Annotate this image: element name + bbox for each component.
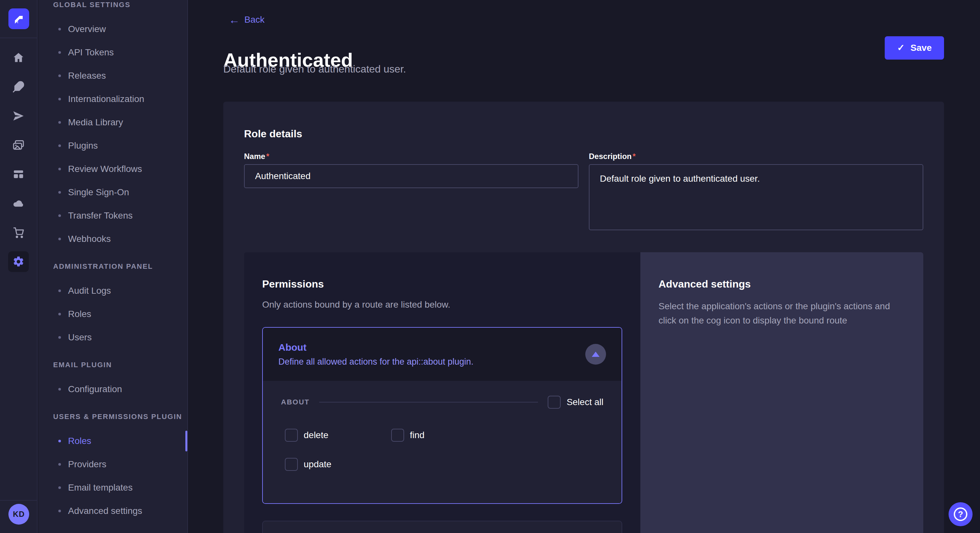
accordion-about-titles: About Define all allowed actions for the… — [278, 341, 474, 367]
bullet-icon — [58, 289, 61, 292]
select-all-label[interactable]: Select all — [566, 397, 603, 408]
description-textarea[interactable]: Default role given to authenticated user… — [589, 164, 923, 230]
role-details-form: Name* Description* Default role given to… — [244, 152, 923, 232]
description-field-group: Description* Default role given to authe… — [589, 152, 923, 232]
find-label[interactable]: find — [410, 430, 425, 440]
accordion-article-header[interactable]: Article Define all allowed actions for t… — [263, 521, 622, 533]
action-find: find — [391, 429, 498, 442]
collapse-button[interactable] — [585, 344, 606, 365]
about-group-row: ABOUT Select all — [281, 396, 603, 409]
permissions-panel: Permissions Only actions bound by a rout… — [244, 252, 640, 533]
question-mark-icon: ? — [954, 508, 967, 521]
sidebar-item-overview[interactable]: Overview — [38, 17, 187, 41]
action-grid: delete find update — [281, 429, 603, 471]
update-checkbox[interactable] — [285, 458, 298, 471]
name-input[interactable] — [244, 164, 579, 188]
name-field-group: Name* — [244, 152, 579, 232]
action-spacer — [497, 429, 603, 442]
sidebar-item-advanced-settings[interactable]: Advanced settings — [38, 499, 187, 523]
select-all: Select all — [548, 396, 603, 409]
permissions-advanced-panels: Permissions Only actions bound by a rout… — [244, 252, 923, 533]
strapi-logo-icon — [13, 13, 25, 25]
sidebar-item-audit-logs[interactable]: Audit Logs — [38, 279, 187, 303]
back-label: Back — [244, 14, 264, 25]
main-content: ← Back Authenticated Default role given … — [188, 0, 980, 533]
settings-subnav: GLOBAL SETTINGS Overview API Tokens Rele… — [38, 0, 188, 533]
sidebar-item-api-tokens[interactable]: API Tokens — [38, 41, 187, 64]
permissions-subtitle: Only actions bound by a route are listed… — [262, 299, 622, 310]
sidebar-item-users[interactable]: Users — [38, 326, 187, 349]
sidebar-item-up-roles[interactable]: Roles — [38, 429, 187, 453]
sidebar-item-plugins[interactable]: Plugins — [38, 134, 187, 157]
settings-gear-icon[interactable] — [8, 251, 29, 272]
sidebar-item-media-library[interactable]: Media Library — [38, 111, 187, 134]
accordion-about-header[interactable]: About Define all allowed actions for the… — [263, 328, 622, 381]
page-subtitle: Default role given to authenticated user… — [223, 63, 406, 75]
required-asterisk: * — [266, 152, 269, 160]
accordion-about: About Define all allowed actions for the… — [262, 327, 622, 504]
action-update: update — [285, 458, 391, 471]
content-manager-icon[interactable] — [8, 76, 29, 97]
back-arrow-icon: ← — [229, 14, 240, 25]
sidebar-item-email-templates[interactable]: Email templates — [38, 476, 187, 499]
sidebar-item-internationalization[interactable]: Internationalization — [38, 87, 187, 111]
bullet-icon — [58, 168, 61, 170]
accordion-title: About — [278, 341, 474, 354]
bullet-icon — [58, 510, 61, 512]
avatar[interactable]: KD — [8, 504, 29, 525]
sidebar-item-transfer-tokens[interactable]: Transfer Tokens — [38, 204, 187, 227]
sidebar-item-admin-roles[interactable]: Roles — [38, 303, 187, 326]
find-checkbox[interactable] — [391, 429, 404, 442]
home-icon[interactable] — [8, 47, 29, 68]
section-label: USERS & PERMISSIONS PLUGIN — [53, 412, 187, 421]
sidebar-item-providers[interactable]: Providers — [38, 453, 187, 476]
sidebar-item-review-workflows[interactable]: Review Workflows — [38, 157, 187, 181]
advanced-settings-title: Advanced settings — [659, 278, 905, 290]
advanced-settings-body: Select the application's actions or the … — [659, 299, 905, 328]
delete-label[interactable]: delete — [304, 430, 328, 440]
bullet-icon — [58, 51, 61, 54]
sidebar-item-webhooks[interactable]: Webhooks — [38, 227, 187, 251]
bullet-icon — [58, 313, 61, 316]
accordion-subtitle: Define all allowed actions for the api::… — [278, 356, 474, 367]
help-button[interactable]: ? — [948, 502, 972, 526]
bullet-icon — [58, 98, 61, 100]
section-label: EMAIL PLUGIN — [53, 361, 187, 369]
bullet-icon — [58, 463, 61, 466]
bullet-icon — [58, 440, 61, 443]
content-type-builder-icon[interactable] — [8, 164, 29, 185]
bullet-icon — [58, 191, 61, 194]
bullet-icon — [58, 28, 61, 30]
sidebar-item-releases[interactable]: Releases — [38, 64, 187, 87]
sidebar-item-single-sign-on[interactable]: Single Sign-On — [38, 181, 187, 204]
save-button[interactable]: ✓ Save — [885, 36, 944, 60]
select-all-checkbox[interactable] — [548, 396, 561, 409]
deploy-cloud-icon[interactable] — [8, 193, 29, 214]
accordion-article: Article Define all allowed actions for t… — [262, 521, 622, 533]
rail-bottom-divider — [0, 500, 37, 501]
bullet-icon — [58, 121, 61, 124]
update-label[interactable]: update — [304, 459, 331, 470]
media-library-icon[interactable] — [8, 135, 29, 155]
send-icon[interactable] — [8, 106, 29, 126]
role-details-title: Role details — [244, 127, 923, 140]
back-link[interactable]: ← Back — [229, 14, 264, 25]
strapi-logo[interactable] — [8, 8, 29, 29]
chevron-up-icon — [592, 352, 600, 357]
accordion-about-body: ABOUT Select all delete — [263, 381, 622, 503]
bullet-icon — [58, 144, 61, 147]
delete-checkbox[interactable] — [285, 429, 298, 442]
sidebar-item-configuration[interactable]: Configuration — [38, 378, 187, 401]
bullet-icon — [58, 388, 61, 390]
required-asterisk: * — [633, 152, 635, 160]
permissions-title: Permissions — [262, 278, 622, 290]
nav-section-global-settings: GLOBAL SETTINGS Overview API Tokens Rele… — [38, 1, 187, 251]
rail-divider — [0, 38, 37, 38]
description-label: Description* — [589, 152, 635, 160]
bullet-icon — [58, 486, 61, 489]
group-divider — [319, 402, 538, 403]
advanced-settings-panel: Advanced settings Select the application… — [640, 252, 923, 533]
marketplace-cart-icon[interactable] — [8, 222, 29, 243]
nav-section-email-plugin: EMAIL PLUGIN Configuration — [38, 361, 187, 401]
section-label: ADMINISTRATION PANEL — [53, 262, 187, 271]
